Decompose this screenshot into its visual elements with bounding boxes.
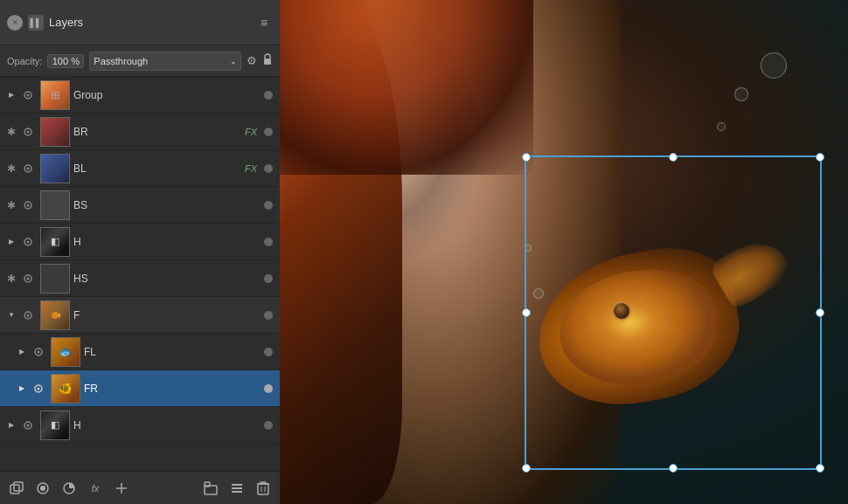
svg-point-10 [27,240,30,243]
layer-row-h2[interactable]: ▶ ◧ H [0,407,280,444]
layers-panel: ✕ ▌▌ Layers ≡ Opacity: 100 % Passthrough… [0,0,280,504]
svg-point-26 [40,486,45,491]
new-group-button[interactable] [199,477,222,500]
chevron-right-h2-icon: ▶ [9,421,14,429]
layer-row-br[interactable]: ✱ BR FX [0,114,280,150]
visibility-fl[interactable] [30,343,47,361]
chevron-down-f-icon: ▼ [8,311,15,319]
layer-dot-f [264,311,273,320]
trash-button[interactable] [252,477,275,500]
adjustment-button[interactable] [58,477,80,500]
expand-group[interactable]: ▶ [3,87,19,103]
visibility-br[interactable] [19,123,37,141]
crosshair-icon-bs: ✱ [7,199,16,211]
layer-row-h-group[interactable]: ▶ ◧ H [0,224,280,260]
svg-rect-33 [232,487,242,489]
blend-mode-value: Passthrough [94,56,148,66]
new-layer-button[interactable] [5,477,28,500]
layer-row-fl[interactable]: ▶ 🐟 FL [0,334,280,370]
layer-name-bl: BL [73,162,245,175]
expand-f[interactable]: ▼ [3,307,19,323]
svg-rect-32 [232,484,242,486]
layer-name-br: BR [73,126,245,138]
chevron-right-fr-icon: ▶ [19,384,24,392]
hair-top [271,0,533,175]
layer-dot-hs [264,274,273,283]
bubble-3 [717,122,726,131]
layer-name-f: F [73,309,261,321]
thumbnail-fl: 🐟 [51,337,80,367]
bubble-4 [525,245,532,252]
chevron-right-fl-icon: ▶ [19,348,24,356]
layer-dot-group [264,91,273,100]
svg-point-8 [27,204,30,206]
layer-row-group[interactable]: ▶ ⊞ Group [0,77,280,114]
layer-settings-gear-icon[interactable]: ⚙ [247,54,257,67]
layer-row-fr[interactable]: ▶ 🐠 FR [0,370,280,407]
layer-dot-fl [264,348,273,356]
visibility-group[interactable] [19,86,37,104]
crosshair-icon-bl: ✱ [7,162,16,175]
visibility-h-group[interactable] [19,233,37,251]
layer-name-h-group: H [73,236,261,248]
layer-row-f[interactable]: ▼ F [0,297,280,334]
opacity-input[interactable]: 100 % [47,54,84,68]
visibility-f[interactable] [19,307,37,324]
expand-fr[interactable]: ▶ [14,381,30,397]
thumbnail-bl [40,154,70,183]
layer-dot-fr [264,384,273,393]
svg-rect-23 [10,485,19,494]
svg-point-6 [27,167,30,169]
fx-button[interactable]: fx [84,477,107,500]
layer-lock-icon[interactable] [262,53,273,68]
svg-point-15 [52,312,59,319]
expand-hs: ✱ [3,271,19,287]
chevron-right-icon: ▶ [9,91,14,99]
layers-toolbar: fx [0,471,280,504]
expand-bl: ✱ [3,161,19,176]
thumbnail-br [40,117,70,147]
expand-fl[interactable]: ▶ [14,344,30,360]
panel-menu-button[interactable]: ≡ [255,14,273,31]
opacity-label: Opacity: [7,56,42,66]
visibility-bl[interactable] [19,160,37,177]
panel-title: Layers [49,16,250,29]
layer-row-bs[interactable]: ✱ BS [0,187,280,224]
thumbnail-f [40,300,70,330]
svg-rect-37 [261,482,266,484]
layer-dot-bs [264,201,273,210]
thumbnail-hs [40,264,70,293]
delete-pixel-button[interactable] [110,477,133,500]
blend-mode-dropdown[interactable]: Passthrough ⌄ [89,52,241,71]
expand-h-group[interactable]: ▶ [3,234,19,250]
svg-point-18 [38,350,40,353]
thumbnail-group: ⊞ [40,80,70,110]
blend-mode-arrow: ⌄ [230,57,237,66]
layer-row-hs[interactable]: ✱ HS [0,260,280,297]
visibility-bs[interactable] [19,197,37,214]
expand-h2[interactable]: ▶ [3,418,19,433]
crosshair-icon-hs: ✱ [7,273,16,285]
chevron-right-h-icon: ▶ [9,238,14,245]
thumbnail-fr: 🐠 [51,374,80,404]
flatten-button[interactable] [226,477,248,500]
layer-name-bs: BS [73,199,261,211]
visibility-fr[interactable] [30,380,47,397]
panel-collapse-button[interactable]: ▌▌ [28,15,44,31]
thumbnail-bs [40,190,70,220]
layer-fx-bl: FX [245,163,257,174]
layers-list: ▶ ⊞ Group ✱ [0,77,280,471]
svg-rect-34 [232,491,242,493]
layer-name-fl: FL [84,346,261,358]
layer-row-bl[interactable]: ✱ BL FX [0,150,280,187]
layer-name-h2: H [73,419,261,432]
crosshair-icon-br: ✱ [7,126,16,138]
layer-dot-h2 [264,421,273,430]
svg-point-22 [27,424,30,426]
panel-close-button[interactable]: ✕ [7,15,23,31]
mask-button[interactable] [31,477,54,500]
bubble-5 [533,288,544,299]
visibility-hs[interactable] [19,270,37,287]
visibility-h2[interactable] [19,417,37,434]
expand-br: ✱ [3,124,19,140]
